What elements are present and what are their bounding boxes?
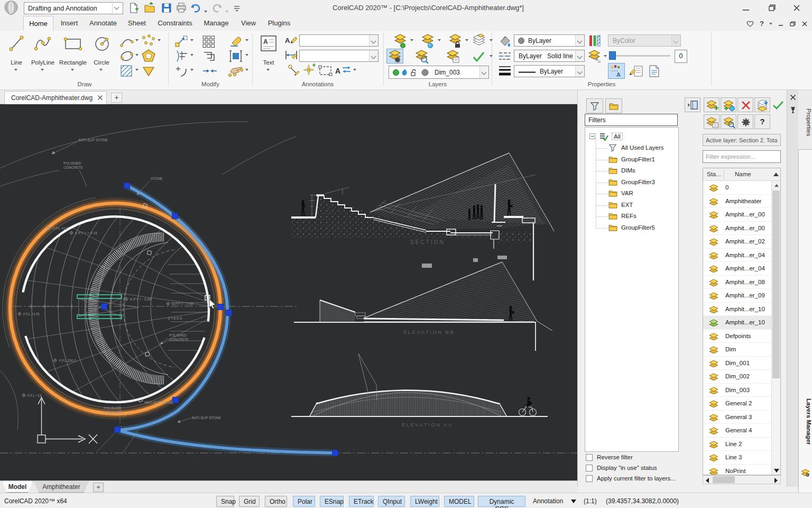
circle-tool-icon[interactable] [93, 34, 112, 53]
close-button[interactable] [790, 3, 804, 13]
document-tab[interactable]: CorelCAD-Amphitheater.dwg [4, 91, 107, 104]
filter-tree-item-ext[interactable]: EXT [585, 201, 678, 211]
status-toggle-snap[interactable]: Snap [216, 496, 234, 507]
scroll-down-button[interactable] [772, 466, 781, 475]
filter-tree-item-groupfilter5[interactable]: GroupFilter5 [585, 223, 678, 234]
fillet-tool-icon[interactable] [174, 65, 188, 77]
undo-dropdown[interactable] [204, 7, 207, 14]
fill-color-icon[interactable] [498, 35, 512, 48]
open-file-button[interactable] [144, 2, 156, 14]
vscroll-thumb[interactable] [772, 190, 780, 378]
layer-row-dim-003[interactable]: Dim_003 [703, 384, 771, 397]
active-layer-combo[interactable]: Dim_003 [389, 66, 489, 79]
status-toggle-esnap[interactable]: ESnap [320, 496, 344, 507]
transparency-slider-track[interactable] [609, 55, 670, 57]
panel-close-icon[interactable] [790, 94, 796, 101]
workspace-combo[interactable]: Drafting and Annotation [24, 2, 123, 14]
layer-row-amphit-er-04[interactable]: Amphit...er_04 [703, 249, 771, 262]
layer-search-button[interactable] [721, 114, 736, 129]
rectangle-tool-icon[interactable] [62, 35, 84, 53]
layer-row-amphit-er-09[interactable]: Amphit...er_09 [703, 289, 771, 303]
ribbon-restore-icon[interactable] [789, 21, 796, 27]
layer-row-dim-002[interactable]: Dim_002 [703, 370, 771, 384]
layer-row-amphit-er-02[interactable]: Amphit...er_02 [703, 235, 771, 249]
layer-confirm-icon[interactable] [472, 51, 486, 62]
ribbon-tab-manage[interactable]: Manage [199, 16, 234, 31]
tab-model[interactable]: Model [2, 481, 33, 493]
favorites-icon[interactable] [746, 20, 754, 28]
layer-row-amphit-er-00[interactable]: Amphit...er_00 [703, 208, 771, 222]
filter-tree-item-dims[interactable]: DIMs [585, 166, 678, 177]
annotation-frame-icon[interactable] [318, 65, 333, 77]
lineweight-icon[interactable] [498, 65, 512, 77]
text-tool-icon[interactable]: A [260, 35, 277, 52]
line-button-label[interactable]: Line [5, 59, 27, 66]
polyline-tool-icon[interactable] [33, 34, 53, 53]
filter-tree-item-groupfilter3[interactable]: GroupFilter3 [585, 178, 678, 188]
circle-button-label[interactable]: Circle [90, 59, 113, 66]
layer-lock-icon[interactable] [448, 34, 462, 49]
confirm-button[interactable] [771, 97, 785, 112]
undo-button[interactable] [189, 2, 202, 14]
ribbon-tab-view[interactable]: View [235, 16, 262, 31]
quick-properties-icon[interactable] [629, 65, 644, 78]
layers-manager-icon[interactable] [389, 50, 402, 63]
layer-row-defpoints[interactable]: Defpoints [703, 330, 771, 343]
filter-expression-input[interactable] [703, 150, 781, 163]
text-style-icon[interactable]: A [284, 34, 298, 47]
column-status[interactable]: Sta... [707, 171, 721, 177]
ribbon-tab-plugins[interactable]: Plugins [263, 16, 295, 31]
lineweight-combo[interactable]: ByLayer [514, 65, 585, 77]
customize-toolbar-button[interactable] [233, 2, 241, 14]
new-document-tab-button[interactable]: + [111, 93, 122, 103]
layers-table-header[interactable]: Sta... Name [703, 168, 780, 181]
panel-pin-icon[interactable] [790, 106, 796, 114]
restore-button[interactable] [764, 3, 778, 13]
line-tool-icon[interactable] [7, 34, 25, 53]
status-toggle-etrack[interactable]: ETrack [349, 496, 374, 507]
rectangle-button-label[interactable]: Rectangle [57, 59, 89, 66]
properties-doc-icon[interactable] [648, 65, 661, 78]
scroll-up-button[interactable] [772, 181, 781, 190]
linestyle-icon[interactable] [498, 51, 512, 62]
polyline-button-label[interactable]: PolyLine [29, 59, 57, 66]
transparency-icon[interactable] [588, 50, 602, 64]
filter-tree-item-refs[interactable]: REFs [585, 212, 678, 222]
polygon-tool-icon[interactable] [141, 49, 156, 62]
ribbon-tab-sheet[interactable]: Sheet [123, 16, 151, 31]
status-toggle-dynamic-ccs[interactable]: Dynamic CCS [478, 496, 525, 507]
filter-tree-root-label[interactable]: All [612, 133, 623, 140]
layer-row-amphit-er-10[interactable]: Amphit...er_10 [703, 316, 771, 330]
delete-layer-button[interactable] [737, 97, 753, 112]
hatch-tool-icon[interactable] [120, 65, 133, 77]
panel-toggle-button[interactable] [685, 97, 700, 112]
linestyle-combo[interactable]: ByLayer Solid line [514, 50, 585, 62]
layer-preview-icon[interactable] [416, 50, 429, 64]
group-view-button[interactable] [605, 98, 622, 113]
filter-tree-item-groupfilter1[interactable]: GroupFilter1 [585, 155, 678, 166]
solid-tool-icon[interactable] [142, 65, 155, 77]
drawing-canvas[interactable]: ANTI-SLIP STONE POLISHED CONCRETE STONE … [0, 104, 577, 480]
new-layer-frozen-button[interactable] [721, 97, 736, 112]
filter-tree-item-all-used-layers[interactable]: All Used Layers [585, 143, 678, 154]
text-button-label[interactable]: Text [259, 59, 278, 66]
status-toggle-lweight[interactable]: LWeight [410, 496, 439, 507]
status-toggle-polar[interactable]: Polar [293, 496, 315, 507]
new-file-button[interactable] [128, 2, 140, 14]
bycolor-combo[interactable]: ByColor [608, 34, 681, 47]
layer-row-0[interactable]: 0 [703, 181, 771, 195]
tab-layers-manager[interactable]: Layers Manager [798, 149, 812, 508]
ribbon-close-icon[interactable] [801, 21, 808, 27]
layer-states-icon[interactable] [472, 33, 486, 48]
filter-view-button[interactable] [586, 98, 603, 113]
annotation-scale-label[interactable]: Annotation [533, 497, 563, 505]
layer-properties-icon[interactable] [447, 50, 460, 64]
help-icon[interactable]: ? [760, 20, 764, 28]
stretch-tool-icon[interactable] [202, 65, 218, 77]
layer-row-amphit-er-10[interactable]: Amphit...er_10 [703, 303, 771, 316]
sort-ascending-icon[interactable] [773, 173, 779, 176]
trim-tool-icon[interactable] [174, 50, 188, 62]
column-name[interactable]: Name [735, 171, 751, 177]
transparency-value[interactable]: 0 [675, 50, 687, 63]
set-active-layer-button[interactable] [754, 97, 770, 112]
